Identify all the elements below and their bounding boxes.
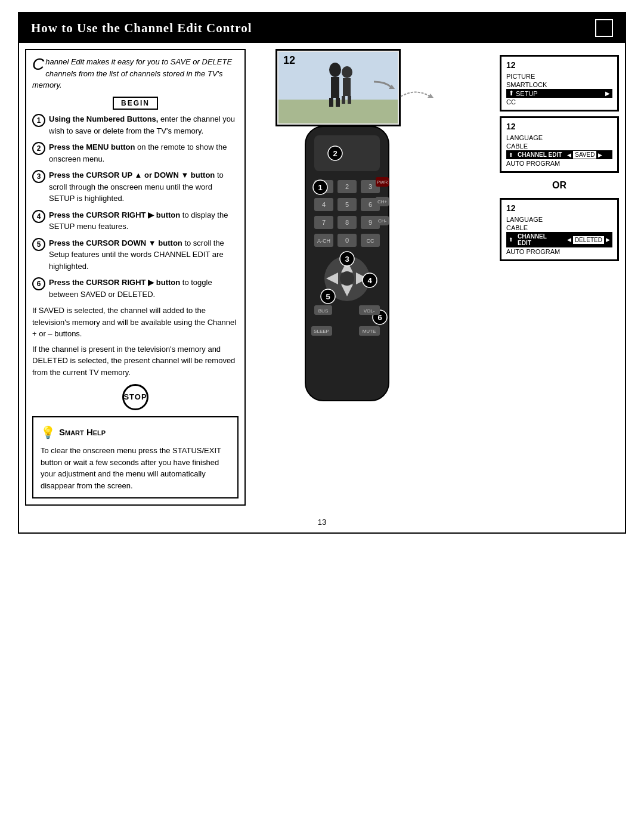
channel-edit-saved-label: CHANNEL EDIT [515,151,564,159]
step-1: 1 Using the Numbered Buttons, enter the … [32,113,239,137]
smart-help-label: Smart Help [59,426,106,439]
svg-text:VOL-: VOL- [364,308,375,314]
svg-text:7: 7 [322,219,326,226]
svg-text:2: 2 [333,149,337,158]
menu-item-smartlock: SMARTLOCK [506,80,612,89]
setup-text: SETUP [516,90,538,97]
svg-text:9: 9 [369,219,372,226]
step-2: 2 Press the MENU button on the remote to… [32,141,239,165]
channel-edit-deleted-row: ⬆ CHANNEL EDIT ◀ DELETED ▶ [506,232,612,247]
step-3: 3 Press the CURSOR UP ▲ or DOWN ▼ button… [32,169,239,205]
step-bold-6: Press the CURSOR RIGHT ▶ button [49,278,180,287]
step-content-1: Using the Numbered Buttons, enter the ch… [49,113,239,137]
corner-box [595,19,613,37]
panel2-autoprog: AUTO PROGRAM [506,159,612,168]
menu-panel-setup: 12 PICTURE SMARTLOCK ⬆ SETUP ▶ CC [500,55,619,112]
step-bold-5: Press the CURSOR DOWN ▼ button [49,239,182,247]
begin-label: BEGIN [113,97,158,110]
begin-badge: BEGIN [32,97,239,109]
step-num-1: 1 [32,114,45,127]
svg-point-2 [329,63,341,77]
saved-text: SAVED [573,151,596,159]
svg-text:8: 8 [345,219,349,226]
svg-text:CH-: CH- [378,218,387,224]
intro-body: hannel Edit makes it easy for you to SAV… [32,57,232,89]
menu-item-cc: CC [506,98,612,106]
panel3-cable: CABLE [506,224,612,232]
smart-help-box: 💡 Smart Help To clear the onscreen menu … [32,416,239,498]
step-num-6: 6 [32,277,45,290]
svg-point-6 [342,66,352,78]
step-content-3: Press the CURSOR UP ▲ or DOWN ▼ button t… [49,169,239,205]
setup-arrow-right: ▶ [605,90,610,97]
svg-text:CH+: CH+ [377,199,388,205]
stop-label: STOP [123,391,147,403]
diagram-area: 12 [252,49,619,466]
deleted-arrow-left: ◀ [567,237,571,243]
svg-text:3: 3 [369,183,372,190]
svg-rect-9 [348,96,351,104]
menu-item-picture: PICTURE [506,72,612,80]
step-bold-1: Using the Numbered Buttons, [49,114,158,123]
svg-text:MUTE: MUTE [363,329,376,334]
or-divider: OR [500,180,619,191]
smart-help-text: To clear the onscreen menu press the STA… [41,445,230,491]
svg-rect-5 [336,98,340,107]
paragraph-saved: If SAVED is selected, the channel will a… [32,305,239,340]
svg-rect-13 [314,135,380,171]
svg-text:1: 1 [318,183,322,192]
cap-letter: C [32,56,44,73]
svg-point-49 [340,271,354,286]
step-bold-2: Press the MENU button [49,143,135,151]
svg-text:0: 0 [345,237,349,244]
smart-help-title: 💡 Smart Help [41,423,230,441]
intro-text: Channel Edit makes it easy for you to SA… [32,56,239,91]
page-number: 13 [19,518,625,532]
svg-text:4: 4 [322,201,326,208]
step-num-3: 3 [32,170,45,183]
svg-text:3: 3 [345,255,349,264]
svg-rect-4 [329,98,333,107]
panel3-channel: 12 [506,203,612,213]
svg-text:4: 4 [367,276,372,285]
svg-text:PWR: PWR [377,179,388,185]
step-bold-3: Press the CURSOR UP ▲ or DOWN ▼ button [49,171,215,179]
svg-rect-3 [331,77,339,98]
step-content-4: Press the CURSOR RIGHT ▶ button to displ… [49,209,239,233]
svg-text:BUS: BUS [318,308,328,314]
step-6: 6 Press the CURSOR RIGHT ▶ button to tog… [32,277,239,300]
svg-text:12: 12 [283,54,295,66]
tv-illustration: 12 [278,52,398,123]
bulb-icon: 💡 [41,423,55,441]
menu-panel-saved: 12 LANGUAGE CABLE ⬆ CHANNEL EDIT ◀ SAVED… [500,116,619,173]
menu-item-setup-highlighted: ⬆ SETUP ▶ [506,89,612,98]
panel3-language: LANGUAGE [506,215,612,224]
deleted-arrow-right: ▶ [606,237,610,243]
main-content: Channel Edit makes it easy for you to SA… [19,43,625,512]
curve-arrow-1 [398,85,434,111]
step-bold-4: Press the CURSOR RIGHT ▶ button [49,210,180,219]
step-num-5: 5 [32,238,45,251]
menu-panel-deleted: 12 LANGUAGE CABLE ⬆ CHANNEL EDIT ◀ DELET… [500,198,619,261]
saved-arrow-left: ◀ [567,152,571,158]
step-content-5: Press the CURSOR DOWN ▼ button to scroll… [49,237,239,272]
step-5: 5 Press the CURSOR DOWN ▼ button to scro… [32,237,239,272]
remote-svg: 1 2 3 PWR 4 5 [287,120,407,419]
deleted-text: DELETED [573,236,604,244]
step-num-2: 2 [32,142,45,155]
menu-panels: 12 PICTURE SMARTLOCK ⬆ SETUP ▶ CC 12 L [500,49,619,466]
panel2-cable: CABLE [506,142,612,150]
svg-rect-8 [342,96,345,104]
channel-edit-saved-row: ⬆ CHANNEL EDIT ◀ SAVED ▶ [506,150,612,159]
saved-arrow-right: ▶ [598,152,602,158]
svg-text:SLEEP: SLEEP [314,329,329,334]
paragraph-deleted: If the channel is present in the televis… [32,343,239,379]
svg-rect-7 [343,78,351,96]
channel-edit-deleted-label: CHANNEL EDIT [515,233,564,247]
stop-badge: STOP [32,384,239,410]
setup-arrow-up: ⬆ [509,89,514,97]
step-num-4: 4 [32,210,45,223]
step-4: 4 Press the CURSOR RIGHT ▶ button to dis… [32,209,239,233]
right-panel: 12 [252,49,619,506]
svg-text:CC: CC [367,238,374,244]
